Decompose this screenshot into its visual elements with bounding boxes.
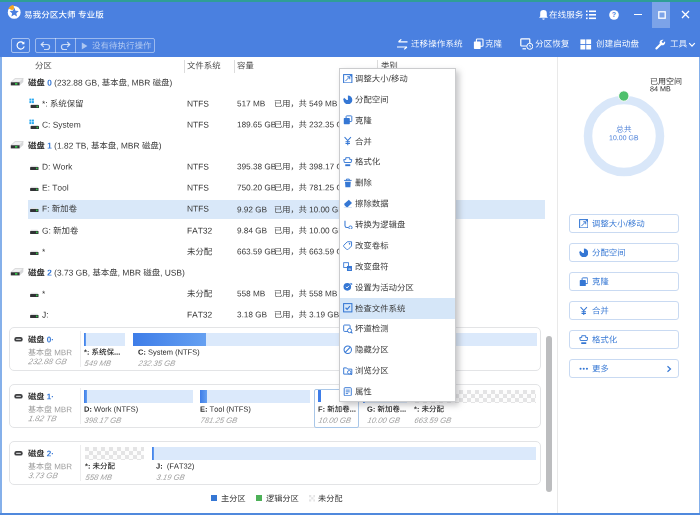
svg-text:?: ? [612, 11, 616, 18]
